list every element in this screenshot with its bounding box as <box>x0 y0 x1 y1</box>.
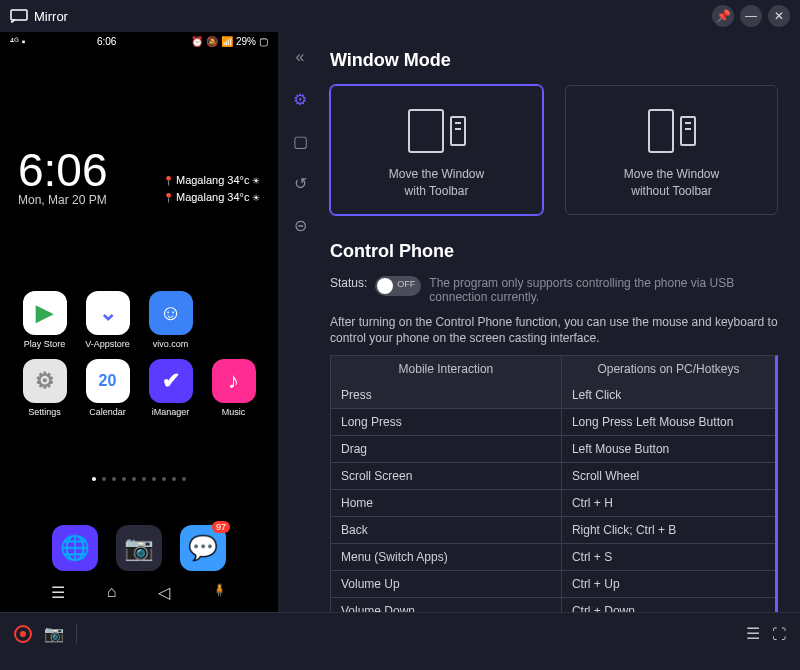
pin-button[interactable]: 📌 <box>712 5 734 27</box>
table-row: Scroll ScreenScroll Wheel <box>331 462 775 489</box>
app-calendar[interactable]: 20Calendar <box>81 359 134 417</box>
control-phone-heading: Control Phone <box>330 241 778 262</box>
clock-date: Mon, Mar 20 PM <box>18 193 108 207</box>
table-row: BackRight Click; Ctrl + B <box>331 516 775 543</box>
weather-widget: Magalang 34°c Magalang 34°c <box>163 172 260 207</box>
table-row: DragLeft Mouse Button <box>331 435 775 462</box>
table-row: Long PressLong Press Left Mouse Button <box>331 408 775 435</box>
app-logo: Mirror <box>10 9 68 24</box>
app-vivo.com[interactable]: ☺vivo.com <box>144 291 197 349</box>
phone-screen[interactable]: ⁴ᴳ ▪ 6:06 ⏰🔕📶29%▢ 6:06 Mon, Mar 20 PM Ma… <box>0 32 278 612</box>
status-hint: The program only supports controlling th… <box>429 276 778 304</box>
record-button[interactable] <box>14 625 32 643</box>
table-row: Menu (Switch Apps)Ctrl + S <box>331 543 775 570</box>
window-mode-heading: Window Mode <box>330 50 778 71</box>
content-panel: Window Mode Move the Windowwith Toolbar … <box>322 32 800 612</box>
bottom-bar: 📷 ☰ ⛶ <box>0 612 800 654</box>
app-music[interactable]: ♪Music <box>207 359 260 417</box>
app-settings[interactable]: ⚙Settings <box>18 359 71 417</box>
nav-back[interactable]: ◁ <box>158 583 170 602</box>
phone-dock: 🌐 📷 💬97 ☰ ⌂ ◁ 🧍 <box>0 525 278 602</box>
titlebar: Mirror 📌 — ✕ <box>0 0 800 32</box>
nav-home[interactable]: ⌂ <box>107 583 117 602</box>
dock-camera[interactable]: 📷 <box>116 525 162 571</box>
nav-history-icon[interactable]: ↺ <box>287 170 313 196</box>
table-row: HomeCtrl + H <box>331 489 775 516</box>
nav-settings-icon[interactable]: ⚙ <box>287 86 313 112</box>
table-row: PressLeft Click <box>331 382 775 408</box>
phone-status-bar: ⁴ᴳ ▪ 6:06 ⏰🔕📶29%▢ <box>0 32 278 47</box>
app-grid: ▶Play Store⌄V-Appstore☺vivo.com⚙Settings… <box>12 211 266 417</box>
app-title: Mirror <box>34 9 68 24</box>
fullscreen-button[interactable]: ⛶ <box>772 626 786 642</box>
dock-browser[interactable]: 🌐 <box>52 525 98 571</box>
th-pc: Operations on PC/Hotkeys <box>562 356 775 382</box>
svg-rect-0 <box>11 10 27 20</box>
side-nav: « ⚙ ▢ ↺ ⊝ <box>278 32 322 612</box>
nav-record-icon[interactable]: ▢ <box>287 128 313 154</box>
card-with-toolbar[interactable]: Move the Windowwith Toolbar <box>330 85 543 215</box>
collapse-icon[interactable]: « <box>287 44 313 70</box>
hotkeys-table: Mobile Interaction Operations on PC/Hotk… <box>330 355 778 612</box>
nav-menu[interactable]: ☰ <box>51 583 65 602</box>
close-button[interactable]: ✕ <box>768 5 790 27</box>
dock-messages[interactable]: 💬97 <box>180 525 226 571</box>
nav-more-icon[interactable]: ⊝ <box>287 212 313 238</box>
card-without-toolbar[interactable]: Move the Windowwithout Toolbar <box>565 85 778 215</box>
app-imanager[interactable]: ✔iManager <box>144 359 197 417</box>
control-description: After turning on the Control Phone funct… <box>330 314 778 348</box>
table-row: Volume DownCtrl + Down <box>331 597 775 612</box>
app-v-appstore[interactable]: ⌄V-Appstore <box>81 291 134 349</box>
page-indicator <box>12 477 266 481</box>
app-play-store[interactable]: ▶Play Store <box>18 291 71 349</box>
cast-icon <box>10 9 28 23</box>
screenshot-button[interactable]: 📷 <box>44 624 64 643</box>
settings-button[interactable]: ☰ <box>746 624 760 643</box>
clock-time: 6:06 <box>18 147 108 193</box>
table-row: Volume UpCtrl + Up <box>331 570 775 597</box>
minimize-button[interactable]: — <box>740 5 762 27</box>
control-toggle[interactable]: OFF <box>375 276 421 296</box>
th-mobile: Mobile Interaction <box>331 356 562 382</box>
status-label: Status: <box>330 276 367 290</box>
nav-accessibility[interactable]: 🧍 <box>212 583 227 602</box>
